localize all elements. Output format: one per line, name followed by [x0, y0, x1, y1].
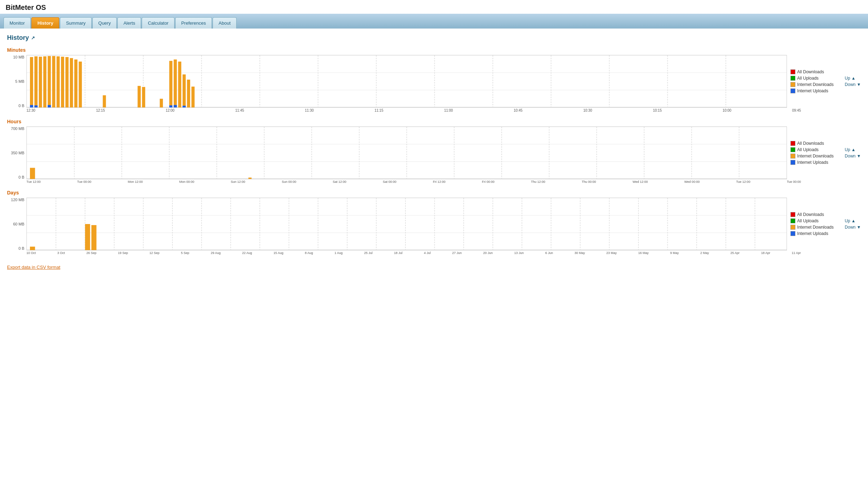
svg-rect-37: [191, 87, 195, 107]
svg-rect-29: [137, 86, 141, 107]
svg-rect-19: [43, 56, 47, 107]
nav-tab-calculator[interactable]: Calculator: [142, 17, 175, 29]
svg-rect-95: [85, 224, 90, 250]
legend-inet-uploads-label: Internet Uploads: [797, 88, 828, 93]
minutes-chart-area: [26, 55, 787, 108]
svg-rect-22: [56, 56, 60, 107]
svg-rect-32: [169, 61, 172, 107]
days-controls: Up ▲ Down ▼: [843, 198, 861, 250]
svg-rect-33: [174, 60, 177, 107]
svg-rect-28: [103, 95, 106, 107]
hours-chart-area: [26, 126, 787, 179]
legend-all-downloads-label: All Downloads: [797, 69, 824, 74]
nav-bar: MonitorHistorySummaryQueryAlertsCalculat…: [0, 14, 868, 29]
days-up-btn[interactable]: Up ▲: [845, 218, 856, 223]
hours-x-axis: Tue 12:00 Tue 00:00 Mon 12:00 Mon 00:00 …: [26, 179, 801, 184]
legend-all-downloads-color: [790, 69, 795, 74]
svg-rect-96: [91, 225, 96, 250]
days-chart-container: 120 MB 60 MB 0 B: [7, 198, 861, 255]
minutes-y-axis: 10 MB 5 MB 0 B: [7, 55, 26, 108]
svg-rect-23: [61, 57, 64, 107]
hours-legend: All Downloads All Uploads Internet Downl…: [787, 126, 843, 179]
minutes-controls: Up ▲ Down ▼: [843, 55, 861, 108]
svg-rect-63: [30, 168, 35, 179]
svg-rect-25: [70, 58, 73, 107]
hours-controls: Up ▲ Down ▼: [843, 126, 861, 179]
days-label: Days: [7, 190, 861, 196]
minutes-section: Minutes 10 MB 5 MB 0 B: [7, 47, 861, 112]
days-section: Days 120 MB 60 MB 0 B: [7, 190, 861, 255]
svg-rect-18: [39, 57, 42, 107]
legend-inet-uploads-color: [790, 88, 795, 93]
svg-rect-24: [66, 57, 69, 107]
minutes-down-btn[interactable]: Down ▼: [845, 82, 861, 87]
app-title: BitMeter OS: [0, 0, 868, 14]
svg-rect-39: [35, 105, 38, 107]
svg-rect-64: [249, 178, 252, 179]
svg-rect-17: [35, 56, 38, 107]
nav-tab-summary[interactable]: Summary: [60, 17, 92, 29]
hours-chart-container: 700 MB 350 MB 0 B: [7, 126, 861, 184]
svg-rect-38: [30, 105, 33, 107]
nav-tab-history[interactable]: History: [31, 17, 59, 29]
minutes-label: Minutes: [7, 47, 861, 53]
svg-rect-34: [178, 62, 181, 107]
svg-rect-16: [30, 57, 33, 107]
svg-rect-35: [183, 74, 186, 107]
svg-rect-36: [187, 80, 190, 107]
hours-down-btn[interactable]: Down ▼: [845, 154, 861, 159]
minutes-up-btn[interactable]: Up ▲: [845, 76, 856, 81]
hours-svg: [27, 127, 787, 179]
svg-rect-30: [142, 87, 145, 107]
nav-tab-query[interactable]: Query: [92, 17, 117, 29]
svg-rect-27: [79, 62, 82, 107]
hours-y-axis: 700 MB 350 MB 0 B: [7, 126, 26, 179]
page-heading: History ↗: [7, 34, 861, 42]
nav-tab-about[interactable]: About: [213, 17, 237, 29]
legend-inet-downloads-color: [790, 82, 795, 87]
days-down-btn[interactable]: Down ▼: [845, 225, 861, 230]
nav-tab-alerts[interactable]: Alerts: [117, 17, 141, 29]
days-chart-area: [26, 198, 787, 250]
svg-rect-31: [160, 99, 163, 107]
days-svg: [27, 198, 787, 250]
svg-rect-40: [48, 105, 51, 107]
days-chart-wrapper: 120 MB 60 MB 0 B: [7, 198, 861, 255]
legend-all-uploads-color: [790, 76, 795, 81]
nav-tab-monitor[interactable]: Monitor: [4, 17, 31, 29]
page-content: History ↗ Minutes 10 MB 5 MB 0 B: [0, 29, 868, 275]
hours-label: Hours: [7, 119, 861, 124]
legend-all-uploads-label: All Uploads: [797, 76, 819, 81]
hours-chart-wrapper: 700 MB 350 MB 0 B: [7, 126, 861, 184]
svg-rect-43: [183, 106, 186, 107]
svg-rect-26: [74, 60, 78, 107]
legend-inet-downloads-label: Internet Downloads: [797, 82, 833, 87]
heading-link-icon[interactable]: ↗: [31, 35, 35, 41]
nav-tab-preferences[interactable]: Preferences: [175, 17, 212, 29]
days-legend: All Downloads All Uploads Internet Downl…: [787, 198, 843, 250]
svg-rect-21: [52, 56, 55, 107]
minutes-x-axis: 12:30 12:15 12:00 11:45 11:30 11:15 11:0…: [26, 108, 801, 112]
svg-rect-20: [48, 56, 51, 107]
minutes-chart-wrapper: 10 MB 5 MB 0 B: [7, 55, 861, 112]
days-y-axis: 120 MB 60 MB 0 B: [7, 198, 26, 250]
svg-rect-42: [174, 105, 177, 107]
svg-rect-41: [169, 105, 172, 107]
svg-rect-94: [30, 247, 35, 250]
heading-text: History: [7, 34, 29, 42]
minutes-legend: All Downloads All Uploads Internet Downl…: [787, 55, 843, 108]
hours-up-btn[interactable]: Up ▲: [845, 147, 856, 152]
hours-section: Hours 700 MB 350 MB 0 B: [7, 119, 861, 184]
export-csv-link[interactable]: Export data in CSV format: [7, 265, 60, 270]
minutes-chart-container: 10 MB 5 MB 0 B: [7, 55, 861, 112]
days-x-axis: 10 Oct 3 Oct 26 Sep 19 Sep 12 Sep 5 Sep …: [26, 250, 801, 255]
minutes-svg: [27, 55, 787, 107]
